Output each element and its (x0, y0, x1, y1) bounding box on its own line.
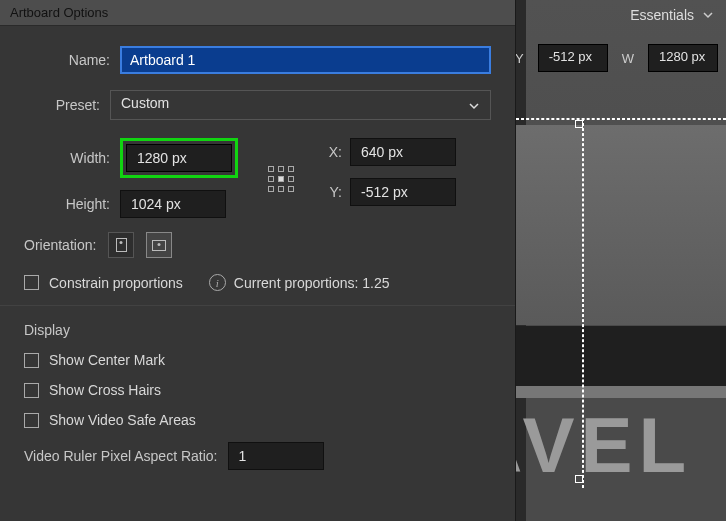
aspect-ratio-input[interactable] (228, 442, 324, 470)
show-video-safe-areas-label: Show Video Safe Areas (49, 412, 196, 428)
reference-point-grid[interactable] (268, 166, 296, 194)
selection-edge-right (582, 118, 584, 488)
control-w-field[interactable]: 1280 px (648, 44, 718, 72)
control-bar: Y -512 px W 1280 px (515, 44, 718, 72)
artboard-options-dialog: Artboard Options Name: Preset: Custom Wi… (0, 0, 516, 521)
info-icon: i (209, 274, 226, 291)
width-input[interactable] (126, 144, 232, 172)
show-center-mark-checkbox[interactable] (24, 353, 39, 368)
proportions-readout: Current proportions: 1.25 (234, 275, 390, 291)
preset-value: Custom (121, 95, 169, 111)
section-divider (0, 305, 515, 306)
orientation-landscape-button[interactable] (146, 232, 172, 258)
orientation-label: Orientation: (24, 237, 96, 253)
show-cross-hairs-checkbox[interactable] (24, 383, 39, 398)
app-topbar: Essentials (618, 0, 726, 30)
constrain-proportions-label: Constrain proportions (49, 275, 183, 291)
selection-handle-top[interactable] (575, 120, 583, 128)
show-center-mark-label: Show Center Mark (49, 352, 165, 368)
width-highlight (120, 138, 238, 178)
dialog-titlebar[interactable]: Artboard Options (0, 0, 515, 26)
canvas-background: AVEL (526, 0, 726, 521)
portrait-icon (116, 238, 127, 252)
control-w-label: W (622, 51, 634, 66)
constrain-proportions-checkbox[interactable] (24, 275, 39, 290)
preset-label: Preset: (24, 97, 110, 113)
landscape-icon (152, 240, 166, 251)
y-label: Y: (326, 184, 350, 200)
control-y-field[interactable]: -512 px (538, 44, 608, 72)
height-label: Height: (24, 196, 120, 212)
display-heading: Display (24, 322, 491, 338)
preset-select[interactable]: Custom (110, 90, 491, 120)
reference-point-center[interactable] (278, 176, 284, 182)
selection-handle-bottom[interactable] (575, 475, 583, 483)
show-video-safe-areas-checkbox[interactable] (24, 413, 39, 428)
x-label: X: (326, 144, 350, 160)
dialog-title: Artboard Options (10, 5, 108, 20)
workspace-switcher[interactable]: Essentials (618, 7, 726, 23)
height-input[interactable] (120, 190, 226, 218)
y-input[interactable] (350, 178, 456, 206)
control-y-label: Y (515, 51, 524, 66)
x-input[interactable] (350, 138, 456, 166)
name-input[interactable] (120, 46, 491, 74)
width-label: Width: (24, 150, 120, 166)
name-label: Name: (24, 52, 120, 68)
show-cross-hairs-label: Show Cross Hairs (49, 382, 161, 398)
workspace-label: Essentials (630, 7, 694, 23)
chevron-down-icon (702, 9, 714, 21)
aspect-ratio-label: Video Ruler Pixel Aspect Ratio: (24, 448, 218, 464)
selection-edge-top (516, 118, 726, 120)
chevron-down-icon (468, 100, 480, 112)
orientation-portrait-button[interactable] (108, 232, 134, 258)
